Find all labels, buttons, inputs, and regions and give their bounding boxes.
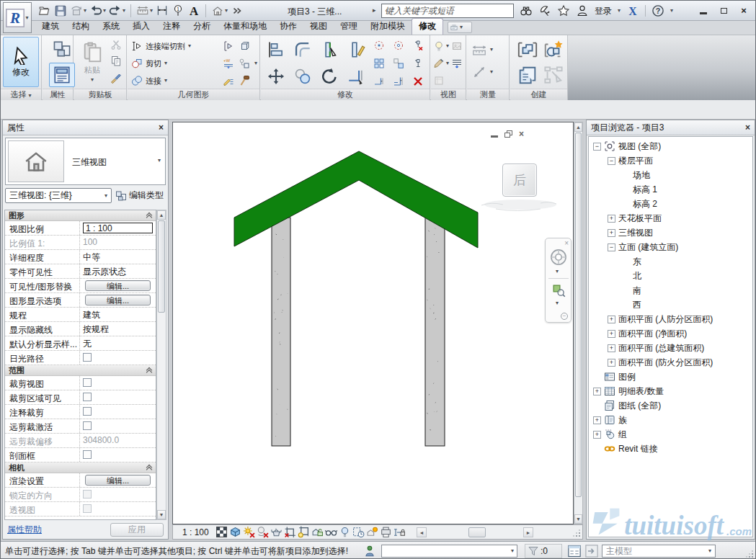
type-selector[interactable]: 三维视图 ▾ — [5, 138, 166, 185]
tree-item[interactable]: 南 — [589, 283, 752, 298]
worksets-dropdown[interactable]: ▾ — [381, 545, 517, 558]
close-icon[interactable]: × — [159, 123, 164, 132]
trim-corner-button[interactable] — [342, 63, 369, 89]
window-resize-grip[interactable] — [752, 556, 753, 558]
navbar-minimize-icon[interactable]: − — [561, 313, 568, 320]
crop-view-icon[interactable] — [284, 526, 296, 538]
modify-tool-button[interactable]: 修改 — [3, 37, 39, 87]
tree-item[interactable]: +天花板平面 — [589, 211, 752, 225]
edit-profile-icon[interactable] — [223, 75, 234, 86]
tree-item[interactable]: +面积平面 (防火分区面积) — [589, 355, 752, 370]
tree-expander-icon[interactable]: + — [608, 359, 615, 367]
qat-measure-button[interactable]: ▾ — [135, 3, 154, 19]
shadows-icon[interactable] — [257, 526, 269, 538]
ribbon-tab[interactable]: 协作 — [273, 19, 303, 35]
paint-icon[interactable] — [239, 58, 250, 69]
scroll-left-button[interactable]: ◄ — [417, 527, 427, 537]
qat-save-button[interactable] — [53, 3, 68, 19]
chevron-down-icon[interactable]: ▾ — [670, 8, 673, 14]
show-analytical-model-icon[interactable] — [380, 526, 392, 538]
qat-open-button[interactable] — [37, 3, 53, 19]
chevron-down-icon[interactable]: ▾ — [556, 269, 559, 274]
ribbon-tab[interactable]: 修改 — [412, 18, 443, 35]
tree-item[interactable]: +族 — [589, 413, 752, 427]
property-checkbox[interactable] — [83, 407, 92, 416]
application-menu-button[interactable]: R ▾ — [3, 2, 32, 33]
scroll-up-button[interactable]: ▲ — [574, 122, 582, 132]
property-value[interactable]: 无 — [83, 339, 92, 349]
array-button[interactable] — [369, 54, 388, 72]
thin-lines-icon[interactable] — [451, 58, 463, 69]
tree-item[interactable]: 西 — [589, 298, 752, 312]
trim-extend-multi-button[interactable] — [388, 72, 408, 90]
properties-scrollbar[interactable]: ▲ ▼ — [156, 210, 166, 520]
unpin-button[interactable] — [408, 36, 427, 54]
legend-component-button[interactable] — [515, 63, 541, 89]
scale-button[interactable]: 1 : 100 — [173, 527, 215, 537]
load-into-project-button[interactable] — [541, 63, 566, 89]
linework-icon[interactable] — [433, 58, 445, 69]
geometry-tool[interactable]: 连接 ▾ — [131, 72, 191, 89]
login-label[interactable]: 登录 — [595, 5, 612, 17]
property-section-header[interactable]: 相机 — [5, 462, 156, 473]
minimize-button[interactable] — [695, 4, 711, 17]
chevron-down-icon[interactable]: ▾ — [158, 158, 161, 164]
property-value[interactable]: 按规程 — [83, 324, 109, 334]
exclude-options-icon[interactable] — [584, 544, 599, 558]
delete-button[interactable] — [408, 72, 427, 90]
filter-button[interactable]: :0 — [525, 544, 562, 558]
tree-item[interactable]: −立面 (建筑立面) — [589, 240, 752, 254]
align-button[interactable] — [262, 36, 289, 63]
property-checkbox[interactable] — [83, 353, 92, 362]
split-element-button[interactable] — [316, 36, 342, 63]
show-constraints-icon[interactable] — [393, 526, 406, 538]
tree-item[interactable]: 图纸 (全部) — [589, 398, 752, 413]
tree-item[interactable]: 图例 — [589, 370, 752, 384]
tree-item[interactable]: 标高 1 — [589, 182, 752, 197]
steering-wheel-icon[interactable] — [549, 248, 568, 267]
hscrollbar-thumb[interactable] — [468, 527, 486, 537]
property-input[interactable]: 1 : 100 — [83, 223, 153, 233]
close-icon[interactable]: × — [745, 123, 750, 132]
tree-item[interactable]: −楼层平面 — [589, 153, 752, 168]
ribbon-tab[interactable]: 注释 — [156, 19, 187, 35]
measure-ruler-icon[interactable] — [471, 42, 487, 58]
cope-icon[interactable] — [239, 40, 250, 52]
sun-path-icon[interactable] — [243, 526, 255, 538]
property-value[interactable]: 304800.0 — [83, 435, 119, 445]
scroll-down-button[interactable]: ▼ — [157, 510, 166, 519]
qat-aligned-dimension-button[interactable] — [154, 3, 170, 19]
copy-modify-button[interactable] — [289, 63, 316, 89]
tree-expander-icon[interactable]: + — [593, 431, 601, 439]
measure-between-icon[interactable] — [471, 64, 487, 80]
chevron-down-icon[interactable]: ▾ — [618, 8, 621, 14]
visual-style-icon[interactable] — [229, 526, 241, 538]
wall-joins-2-button[interactable] — [388, 36, 408, 54]
tree-expander-icon[interactable]: − — [593, 143, 601, 151]
design-options-dropdown[interactable]: 主模型 ▾ — [602, 545, 716, 558]
edit-button[interactable]: 编辑... — [85, 295, 151, 305]
scrollbar-thumb[interactable] — [575, 133, 582, 497]
tree-expander-icon[interactable]: + — [608, 229, 615, 237]
tree-expander-icon[interactable]: + — [593, 388, 601, 395]
tree-expander-icon[interactable]: + — [608, 215, 615, 223]
property-checkbox[interactable] — [83, 378, 92, 387]
temporary-view-properties-icon[interactable] — [352, 526, 365, 538]
chevron-down-icon[interactable]: ▾ — [556, 300, 559, 306]
tree-item[interactable]: +明细表/数量 — [589, 384, 752, 398]
tree-expander-icon[interactable]: − — [608, 157, 615, 165]
property-value[interactable]: 100 — [83, 237, 97, 247]
properties-help-link[interactable]: 属性帮助 — [7, 524, 42, 536]
family-types-button[interactable] — [49, 38, 75, 60]
scrollbar-thumb[interactable] — [158, 220, 165, 313]
scroll-up-button[interactable]: ▲ — [157, 210, 166, 220]
tree-item[interactable]: 场地 — [589, 168, 752, 182]
collapse-icon[interactable] — [147, 213, 152, 218]
highlight-displacement-sets-icon[interactable] — [366, 526, 378, 538]
tree-item[interactable]: 北 — [589, 269, 752, 283]
detail-level-icon[interactable] — [215, 526, 228, 538]
edit-button[interactable]: 编辑... — [85, 475, 151, 486]
tree-item[interactable]: +面积平面 (净面积) — [589, 326, 752, 341]
tree-expander-icon[interactable]: − — [608, 243, 615, 251]
view-close-icon[interactable]: × — [519, 129, 524, 139]
